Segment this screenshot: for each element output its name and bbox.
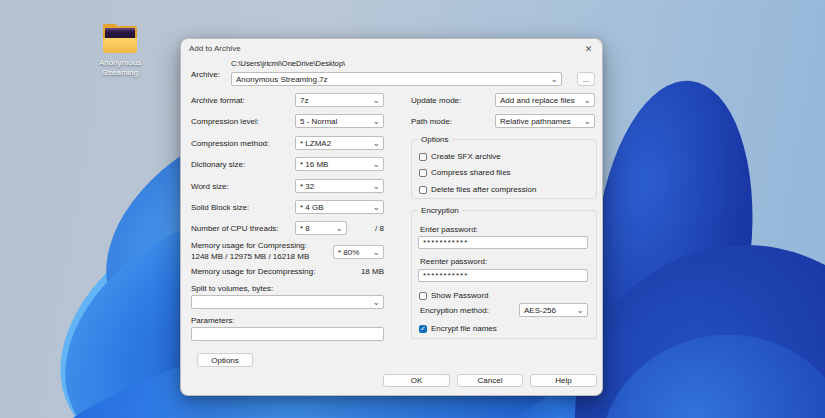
close-icon: ✕ (585, 44, 593, 54)
solid-block-size-combobox[interactable]: * 4 GB ⌄ (295, 200, 384, 214)
encryption-method-value: AES-256 (524, 306, 556, 315)
chevron-down-icon: ⌄ (550, 76, 558, 82)
update-mode-combobox[interactable]: Add and replace files ⌄ (495, 93, 595, 107)
checkmark-icon: ✓ (420, 325, 426, 332)
cpu-threads-total: / 8 (351, 224, 384, 233)
delete-after-label: Delete files after compression (431, 185, 536, 194)
compress-shared-checkbox[interactable]: ✓ Compress shared files (419, 168, 511, 177)
create-sfx-checkbox[interactable]: ✓ Create SFX archive (419, 152, 501, 161)
chevron-down-icon: ⌄ (372, 249, 380, 255)
path-mode-value: Relative pathnames (500, 117, 571, 126)
chevron-down-icon: ⌄ (583, 97, 591, 103)
checkbox-box: ✓ (419, 153, 427, 161)
desktop-icon-anonymous-streaming[interactable]: Anonymous Streaming (85, 24, 155, 78)
checkbox-box: ✓ (419, 169, 427, 177)
reenter-password-value: *********** (423, 271, 468, 280)
encrypt-file-names-checkbox[interactable]: ✓ Encrypt file names (419, 324, 497, 333)
create-sfx-label: Create SFX archive (431, 152, 501, 161)
desktop-icon-label: Anonymous Streaming (85, 58, 155, 78)
path-mode-label: Path mode: (411, 117, 452, 126)
options-group: Options ✓ Create SFX archive ✓ Compress … (411, 139, 597, 199)
close-button[interactable]: ✕ (582, 42, 595, 55)
word-size-value: * 32 (300, 182, 314, 191)
encryption-group: Encryption Enter password: *********** R… (411, 210, 597, 339)
chevron-down-icon: ⌄ (372, 161, 380, 167)
ok-button[interactable]: OK (383, 374, 450, 387)
chevron-down-icon: ⌄ (576, 307, 584, 313)
dictionary-size-label: Dictionary size: (191, 160, 245, 169)
delete-after-checkbox[interactable]: ✓ Delete files after compression (419, 185, 536, 194)
memory-compressing-combobox[interactable]: * 80% ⌄ (333, 245, 384, 259)
split-volumes-label: Split to volumes, bytes: (191, 284, 273, 293)
chevron-down-icon: ⌄ (372, 140, 380, 146)
chevron-down-icon: ⌄ (372, 97, 380, 103)
archive-path-text: C:\Users\jricml\OneDrive\Desktop\ (231, 59, 345, 68)
compression-level-label: Compression level: (191, 117, 259, 126)
archive-label: Archive: (191, 70, 220, 79)
chevron-down-icon: ⌄ (372, 183, 380, 189)
ok-button-label: OK (411, 376, 423, 385)
archive-format-value: 7z (300, 96, 308, 105)
dictionary-size-combobox[interactable]: * 16 MB ⌄ (295, 157, 384, 171)
browse-button-label: ... (583, 75, 590, 84)
memory-decompressing-value: 18 MB (331, 267, 384, 276)
parameters-input[interactable] (191, 327, 384, 341)
word-size-label: Word size: (191, 182, 229, 191)
chevron-down-icon: ⌄ (372, 204, 380, 210)
options-group-title: Options (418, 135, 452, 144)
encryption-group-title: Encryption (418, 206, 462, 215)
compression-method-value: * LZMA2 (300, 139, 331, 148)
enter-password-label: Enter password: (420, 225, 478, 234)
compression-method-label: Compression method: (191, 139, 269, 148)
checkbox-box: ✓ (419, 186, 427, 194)
help-button[interactable]: Help (530, 374, 597, 387)
folder-icon (102, 24, 138, 55)
checkbox-box: ✓ (419, 325, 427, 333)
add-to-archive-dialog: Add to Archive ✕ Archive: C:\Users\jricm… (180, 38, 603, 396)
archive-format-combobox[interactable]: 7z ⌄ (295, 93, 384, 107)
word-size-combobox[interactable]: * 32 ⌄ (295, 179, 384, 193)
folder-front (103, 38, 137, 53)
path-mode-combobox[interactable]: Relative pathnames ⌄ (495, 114, 595, 128)
update-mode-value: Add and replace files (500, 96, 575, 105)
memory-decompressing-label: Memory usage for Decompressing: (191, 267, 316, 276)
cancel-button[interactable]: Cancel (457, 374, 523, 387)
parameters-label: Parameters: (191, 316, 235, 325)
cpu-threads-value: * 8 (300, 224, 310, 233)
chevron-down-icon: ⌄ (372, 299, 380, 305)
compression-method-combobox[interactable]: * LZMA2 ⌄ (295, 136, 384, 150)
update-mode-label: Update mode: (411, 96, 461, 105)
cpu-threads-combobox[interactable]: * 8 ⌄ (295, 221, 347, 235)
cpu-threads-label: Number of CPU threads: (191, 224, 279, 233)
memory-compressing-label: Memory usage for Compressing: (191, 241, 307, 250)
compression-level-combobox[interactable]: 5 - Normal ⌄ (295, 114, 384, 128)
show-password-label: Show Password (431, 291, 488, 300)
reenter-password-input[interactable]: *********** (418, 269, 588, 282)
memory-compressing-detail: 1248 MB / 12975 MB / 16218 MB (191, 252, 309, 261)
encryption-method-combobox[interactable]: AES-256 ⌄ (519, 303, 588, 317)
encrypt-file-names-label: Encrypt file names (431, 324, 497, 333)
options-button-label: Options (211, 356, 239, 365)
solid-block-size-label: Solid Block size: (191, 203, 249, 212)
reenter-password-label: Reenter password: (420, 257, 487, 266)
dialog-title: Add to Archive (189, 44, 241, 53)
solid-block-size-value: * 4 GB (300, 203, 324, 212)
archive-name-combobox[interactable]: Anonymous Streaming.7z ⌄ (231, 72, 562, 86)
enter-password-input[interactable]: *********** (418, 236, 588, 249)
cancel-button-label: Cancel (478, 376, 503, 385)
compression-level-value: 5 - Normal (300, 117, 337, 126)
browse-button[interactable]: ... (577, 72, 595, 86)
compress-shared-label: Compress shared files (431, 168, 511, 177)
checkbox-box: ✓ (419, 292, 427, 300)
enter-password-value: *********** (423, 238, 468, 247)
options-button[interactable]: Options (197, 353, 253, 367)
chevron-down-icon: ⌄ (335, 225, 343, 231)
archive-name-value: Anonymous Streaming.7z (236, 75, 328, 84)
dictionary-size-value: * 16 MB (300, 160, 328, 169)
show-password-checkbox[interactable]: ✓ Show Password (419, 291, 488, 300)
split-volumes-combobox[interactable]: ⌄ (191, 295, 384, 309)
encryption-method-label: Encryption method: (420, 306, 489, 315)
title-bar: Add to Archive ✕ (181, 39, 602, 57)
archive-format-label: Archive format: (191, 96, 245, 105)
memory-compressing-value: * 80% (338, 248, 359, 257)
